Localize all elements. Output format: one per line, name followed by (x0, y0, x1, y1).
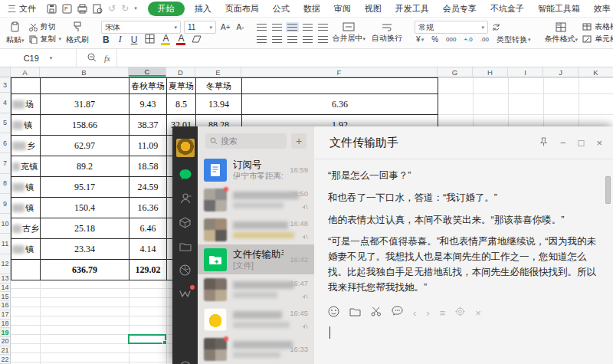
cell-a9[interactable]: 镇 (11, 198, 41, 218)
cell-b4[interactable]: 31.87 (41, 94, 129, 115)
cell-a7[interactable]: 克镇 (11, 156, 41, 177)
formula-input[interactable] (116, 49, 613, 67)
cell-e4[interactable]: 13.94 (196, 94, 242, 115)
distribute-button[interactable] (318, 36, 328, 43)
select-all-corner[interactable] (0, 67, 11, 77)
row-header-21[interactable]: 21 (0, 346, 10, 356)
row-header-15[interactable]: 15 (0, 292, 10, 301)
send-file-icon[interactable] (349, 306, 361, 320)
table-style-button[interactable]: 表格样式▾ (582, 21, 613, 33)
borders-button[interactable] (145, 34, 155, 45)
tab-smart-tools[interactable]: 智能工具箱 (531, 2, 587, 16)
cell-c6[interactable]: 11.09 (129, 136, 167, 156)
row-header-12[interactable]: 12 (0, 254, 10, 274)
align-right-button[interactable] (287, 36, 297, 43)
percent-button[interactable]: % (430, 35, 440, 44)
cell-a11[interactable]: 镇 (11, 239, 41, 260)
row-header-20[interactable]: 20 (0, 337, 10, 346)
cell-c9[interactable]: 16.36 (129, 198, 167, 218)
cell-d4[interactable]: 8.5 (167, 94, 196, 115)
conditional-format-button[interactable]: 条件格式▾ (541, 19, 581, 47)
cell-b9[interactable]: 150.4 (41, 198, 129, 218)
moments-icon[interactable] (179, 264, 191, 276)
cell-b3[interactable] (41, 78, 129, 94)
cell-c12[interactable]: 129.02 (129, 260, 167, 280)
print-preview-icon[interactable] (93, 4, 103, 14)
row-header-11[interactable]: 11 (0, 234, 10, 254)
quickbar-more-icon[interactable]: ▾ (134, 5, 137, 11)
tab-efficiency[interactable]: 效率 (587, 2, 613, 16)
chat-item-file-transfer[interactable]: 文件传输助手 [文件] 16:42 (198, 244, 314, 274)
bold-button[interactable]: B (101, 34, 111, 45)
fx-icon[interactable]: fx (101, 54, 116, 63)
shrink-font-button[interactable]: A- (235, 23, 246, 31)
cell-b7[interactable]: 89.2 (41, 156, 129, 177)
col-header-b[interactable]: B (40, 67, 129, 77)
col-header-i[interactable]: I (508, 67, 543, 77)
close-icon[interactable]: × (596, 137, 602, 149)
cell-c10[interactable]: 6.46 (129, 218, 167, 239)
selected-cell-c19[interactable] (128, 334, 166, 344)
message-input[interactable] (314, 322, 613, 364)
chats-icon[interactable] (179, 169, 192, 181)
cell-a6[interactable]: 乡 (11, 136, 41, 156)
cell-a10[interactable]: 古乡 (11, 218, 41, 239)
cell-a4[interactable]: 场 (11, 94, 41, 115)
export-pdf-icon[interactable]: P (62, 4, 72, 14)
cell-f4[interactable]: 6.36 (242, 94, 438, 115)
cell-style-button[interactable]: 单元格样式▾ (582, 33, 613, 45)
redo-icon[interactable]: ↻ (121, 3, 129, 14)
eraser-button[interactable] (192, 35, 202, 44)
files-folder-icon[interactable] (179, 240, 192, 252)
cell-b12[interactable]: 636.79 (41, 260, 129, 280)
settings-more-icon[interactable] (180, 358, 191, 364)
font-size-select[interactable]: 11▾ (184, 21, 216, 34)
maximize-icon[interactable]: □ (579, 137, 585, 149)
underline-button[interactable]: U (129, 34, 139, 45)
col-header-h[interactable]: H (473, 67, 508, 77)
close-panel-icon[interactable]: × (475, 307, 481, 319)
chat-item-blurred-3[interactable]: 16:47 (198, 274, 314, 304)
col-header-c[interactable]: C (129, 67, 166, 77)
collections-icon[interactable] (179, 216, 191, 228)
next-icon[interactable]: › (426, 307, 429, 319)
tab-developer[interactable]: 开发工具 (388, 2, 436, 16)
cell-e3[interactable]: 冬草场 (196, 78, 242, 94)
font-color-button[interactable]: A (176, 34, 185, 45)
row-header-17[interactable]: 17 (0, 310, 10, 320)
number-format-select[interactable]: 常规▾ (415, 21, 488, 34)
message-area[interactable]: “那是怎么一回事？” 和也吞了一下口水，答道：“我订婚了。” 他的表情太过认真，… (314, 159, 613, 303)
chat-history-icon[interactable] (392, 306, 403, 320)
new-chat-button[interactable]: + (291, 133, 306, 149)
type-convert-button[interactable]: 类型转换▾ (495, 34, 533, 45)
cell-c3[interactable]: 春秋草场 (129, 78, 167, 94)
chat-item-blurred-2[interactable]: 16:48 (198, 215, 314, 244)
cell-a5[interactable]: 镇 (11, 115, 41, 136)
tab-review[interactable]: 审阅 (327, 2, 358, 16)
align-bottom-button[interactable] (287, 24, 297, 31)
thousands-button[interactable]: 000 (444, 36, 457, 43)
row-header-13[interactable]: 13 (0, 274, 10, 284)
gear-icon[interactable] (455, 306, 465, 320)
chat-scrollbar[interactable] (605, 162, 611, 300)
tab-page-layout[interactable]: 页面布局 (218, 2, 266, 16)
paste-button[interactable]: 粘贴▾ (3, 19, 28, 47)
row-header-3[interactable]: 3 (0, 77, 10, 93)
cell-b6[interactable]: 62.97 (41, 136, 129, 156)
save-icon[interactable] (47, 4, 57, 14)
chat-item-blurred-1[interactable]: 16:50 (198, 185, 314, 215)
row-header-9[interactable]: 9 (0, 194, 10, 214)
emoji-icon[interactable] (328, 306, 339, 320)
tab-view[interactable]: 视图 (358, 2, 388, 16)
row-header-7[interactable]: 7 (0, 153, 10, 173)
align-left-button[interactable] (257, 36, 267, 43)
align-top-button[interactable] (257, 24, 267, 31)
row-header-5[interactable]: 5 (0, 113, 10, 133)
row-header-18[interactable]: 18 (0, 320, 10, 329)
cell-a3[interactable] (11, 78, 41, 94)
cell-c4[interactable]: 9.43 (129, 94, 167, 115)
file-menu[interactable]: 三 文件 (6, 3, 42, 15)
prev-icon[interactable]: ‹ (413, 307, 416, 319)
decrease-indent-button[interactable] (303, 24, 313, 31)
undo-icon[interactable]: ↺ (108, 3, 116, 14)
